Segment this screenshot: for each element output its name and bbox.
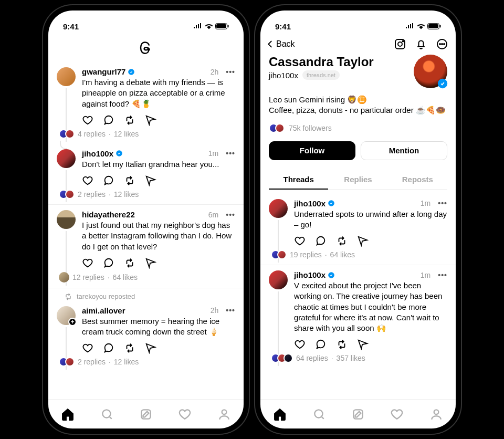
tab-compose[interactable] (339, 400, 377, 428)
feed-post[interactable]: jiho100x 1m ••• Don't let my Italian gra… (48, 144, 244, 205)
more-icon[interactable]: ••• (438, 199, 447, 207)
like-icon[interactable] (82, 257, 93, 269)
tab-profile[interactable] (205, 400, 244, 428)
followers-row[interactable]: 75k followers (269, 123, 447, 133)
tab-activity[interactable] (377, 400, 416, 428)
comment-icon[interactable] (315, 339, 327, 350)
tab-home[interactable] (260, 400, 299, 428)
like-icon[interactable] (294, 339, 306, 350)
like-icon[interactable] (82, 175, 93, 186)
post-username[interactable]: jiho100x (294, 270, 326, 279)
like-icon[interactable] (82, 342, 93, 354)
post-text: I just found out that my neighbor's dog … (82, 220, 235, 252)
share-icon[interactable] (357, 235, 369, 247)
post-replies: 64 replies (296, 354, 328, 362)
post-meta[interactable]: 2 replies · 12 likes (59, 357, 235, 367)
follow-plus-icon[interactable]: + (68, 318, 77, 326)
reply-avatars (59, 190, 75, 199)
avatar[interactable] (269, 199, 288, 218)
avatar[interactable] (57, 149, 76, 168)
repost-icon[interactable] (124, 114, 135, 126)
like-icon[interactable] (294, 235, 306, 247)
comment-icon[interactable] (103, 257, 114, 269)
mention-button[interactable]: Mention (361, 141, 447, 160)
more-icon[interactable]: ••• (438, 271, 447, 279)
post-time: 2h (211, 68, 219, 76)
post-text: Best summer memory = hearing the ice cre… (82, 316, 235, 338)
post-username[interactable]: gwangurl77 (82, 67, 125, 76)
post-meta[interactable]: 64 replies · 357 likes (271, 353, 447, 363)
back-label: Back (276, 39, 295, 49)
tab-search[interactable] (87, 400, 126, 428)
repost-icon[interactable] (124, 257, 135, 269)
post-actions (82, 257, 235, 269)
feed-post[interactable]: jiho100x 1m ••• V excited about the proj… (260, 265, 456, 368)
like-icon[interactable] (82, 114, 93, 126)
post-meta[interactable]: 2 replies · 12 likes (59, 190, 235, 199)
svg-point-23 (434, 410, 438, 414)
post-likes: 64 likes (330, 250, 355, 259)
share-icon[interactable] (145, 342, 156, 354)
share-icon[interactable] (357, 339, 369, 350)
more-menu-icon[interactable] (436, 38, 448, 50)
svg-point-15 (439, 44, 440, 45)
svg-rect-1 (216, 24, 226, 28)
feed-post[interactable]: gwangurl77 2h ••• I'm having a debate wi… (48, 62, 244, 144)
more-icon[interactable]: ••• (226, 149, 235, 158)
post-username[interactable]: hidayathere22 (82, 210, 135, 219)
post-meta[interactable]: 12 replies · 64 likes (59, 272, 235, 283)
profile-avatar[interactable] (414, 55, 447, 88)
post-meta[interactable]: 4 replies · 12 likes (59, 129, 235, 139)
more-icon[interactable]: ••• (226, 211, 235, 219)
repost-icon[interactable] (124, 342, 135, 354)
tab-reposts[interactable]: Reposts (388, 170, 447, 189)
more-icon[interactable]: ••• (226, 306, 235, 315)
post-replies: 2 replies (78, 358, 106, 366)
avatar[interactable]: + (57, 306, 76, 325)
home-feed: gwangurl77 2h ••• I'm having a debate wi… (48, 62, 244, 399)
reply-connector (60, 141, 67, 149)
feed-post[interactable]: + aimi.allover 2h ••• Best summer memory… (48, 301, 244, 372)
post-username[interactable]: jiho100x (82, 149, 113, 158)
avatar[interactable] (57, 210, 76, 229)
repost-icon[interactable] (336, 339, 348, 350)
comment-icon[interactable] (103, 114, 114, 126)
handle-domain-chip[interactable]: threads.net (302, 70, 340, 80)
verified-badge-icon (128, 68, 135, 76)
status-icons (193, 23, 229, 29)
tab-profile[interactable] (417, 400, 456, 428)
post-username[interactable]: aimi.allover (82, 306, 125, 315)
more-icon[interactable]: ••• (226, 68, 235, 76)
share-icon[interactable] (145, 114, 156, 126)
share-icon[interactable] (145, 175, 156, 186)
tab-compose[interactable] (127, 400, 165, 428)
tab-replies[interactable]: Replies (328, 170, 387, 189)
followers-count: 75k followers (289, 124, 332, 132)
comment-icon[interactable] (315, 235, 327, 247)
post-username[interactable]: jiho100x (294, 199, 326, 208)
follow-button[interactable]: Follow (269, 141, 355, 160)
avatar[interactable] (57, 67, 76, 86)
tab-search[interactable] (299, 400, 338, 428)
post-meta[interactable]: 19 replies · 64 likes (271, 250, 447, 259)
back-button[interactable]: Back (266, 39, 295, 49)
tab-home[interactable] (48, 400, 87, 428)
tab-bar (260, 399, 456, 428)
post-text: Underrated spots to unwind after a long … (294, 209, 447, 231)
phone-feed: 9:41 gwangurl77 2h ••• I'm having (48, 11, 244, 428)
comment-icon[interactable] (103, 175, 114, 186)
avatar[interactable] (269, 270, 288, 289)
feed-post[interactable]: jiho100x 1m ••• Underrated spots to unwi… (260, 194, 456, 266)
repost-icon[interactable] (336, 235, 348, 247)
tab-activity[interactable] (165, 400, 204, 428)
tab-threads[interactable]: Threads (269, 170, 328, 189)
feed-post[interactable]: hidayathere22 6m ••• I just found out th… (48, 205, 244, 288)
status-time: 9:41 (275, 22, 291, 31)
share-icon[interactable] (145, 257, 156, 269)
profile-header: Back (260, 36, 456, 54)
comment-icon[interactable] (103, 342, 114, 354)
instagram-icon[interactable] (394, 38, 406, 50)
repost-icon[interactable] (124, 175, 135, 186)
notifications-icon[interactable] (415, 38, 427, 50)
phone-profile: 9:41 Back Cassandra Taylor jiho100x thre… (260, 11, 456, 428)
